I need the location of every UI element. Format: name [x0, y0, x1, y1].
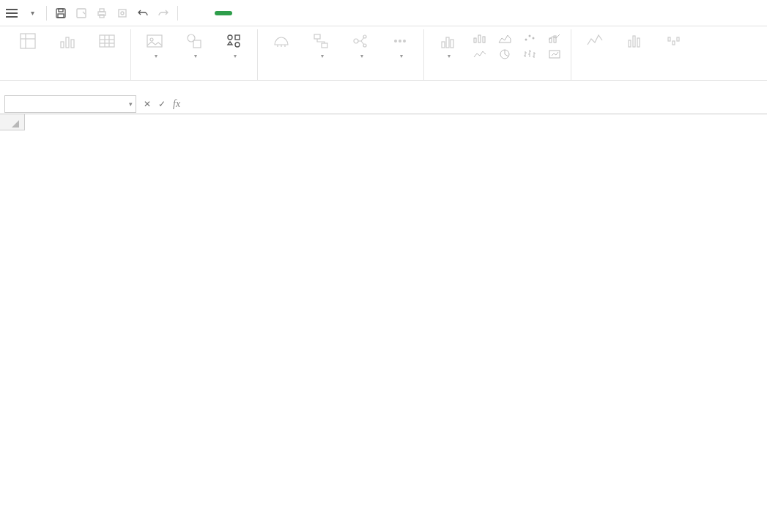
svg-rect-27 [314, 34, 320, 39]
chevron-down-icon: ▾ [234, 53, 237, 59]
sparkline-column-icon [624, 31, 645, 51]
chart-icon [437, 31, 458, 51]
svg-point-29 [354, 39, 358, 43]
icon-button[interactable]: ▾ [218, 29, 250, 59]
tab-devtools[interactable] [341, 10, 347, 16]
svg-rect-14 [71, 40, 74, 48]
svg-rect-35 [442, 42, 445, 48]
tab-formula[interactable] [264, 10, 270, 16]
select-all-corner[interactable] [0, 114, 25, 130]
combo-chart-mini-icon[interactable] [546, 31, 563, 45]
svg-rect-20 [147, 35, 162, 47]
tab-member[interactable] [360, 10, 366, 16]
mini-chart-col2 [496, 29, 514, 62]
more-charts-mini-icon[interactable] [546, 47, 563, 62]
column-headers [25, 114, 767, 130]
chevron-down-icon: ▾ [400, 53, 403, 59]
svg-rect-46 [554, 36, 556, 43]
line-chart-mini-icon[interactable] [471, 47, 489, 62]
svg-rect-9 [21, 34, 35, 48]
sparkline-line-button[interactable] [579, 29, 611, 53]
save-as-icon[interactable] [75, 7, 88, 20]
svg-rect-1 [59, 9, 63, 12]
flowchart-button[interactable]: ▾ [305, 29, 337, 59]
mini-chart-col1 [471, 29, 489, 62]
group-illustrations: ▾ ▾ ▾ [131, 29, 258, 80]
formula-bar: ▾ ✕ ✓ fx [0, 94, 767, 114]
print-icon[interactable] [95, 7, 108, 20]
svg-rect-50 [637, 38, 640, 47]
picture-icon [144, 31, 165, 51]
svg-point-34 [403, 40, 406, 43]
doke-material-button[interactable] [265, 29, 297, 53]
save-icon[interactable] [54, 7, 67, 20]
confirm-icon[interactable]: ✓ [158, 99, 166, 109]
spreadsheet-grid[interactable] [0, 114, 767, 130]
ribbon: ▾ ▾ ▾ ▾ ▾ ▾ ▾ [0, 26, 767, 81]
pie-chart-mini-icon[interactable] [496, 47, 514, 62]
svg-rect-5 [100, 9, 104, 12]
hamburger-icon[interactable] [6, 9, 18, 18]
mini-chart-col3 [521, 29, 538, 62]
svg-point-44 [533, 37, 535, 40]
chevron-down-icon: ▾ [31, 9, 34, 17]
redo-icon[interactable] [157, 7, 170, 20]
more-button[interactable]: ▾ [384, 29, 416, 59]
undo-icon[interactable] [136, 7, 149, 20]
stock-chart-mini-icon[interactable] [521, 47, 538, 62]
tab-data[interactable] [284, 10, 289, 16]
file-menu[interactable]: ▾ [23, 7, 39, 18]
divider [177, 6, 178, 21]
tab-layout[interactable] [245, 10, 251, 16]
tab-view[interactable] [322, 10, 327, 16]
svg-point-43 [529, 35, 531, 37]
menu-bar: ▾ [0, 0, 767, 26]
tab-resources[interactable] [379, 10, 385, 16]
pivot-chart-icon [57, 31, 78, 51]
tab-review[interactable] [303, 10, 308, 16]
svg-rect-12 [61, 42, 64, 48]
svg-point-42 [525, 39, 527, 41]
icon-gallery-icon [223, 31, 244, 51]
picture-button[interactable]: ▾ [138, 29, 171, 59]
sparkline-winloss-button[interactable] [658, 29, 690, 53]
svg-rect-39 [478, 35, 481, 43]
table-icon [97, 31, 117, 51]
area-chart-mini-icon[interactable] [496, 31, 514, 45]
svg-rect-2 [58, 14, 64, 18]
name-box[interactable]: ▾ [4, 95, 136, 113]
pivot-table-button[interactable] [12, 29, 44, 53]
print-preview-icon[interactable] [116, 7, 129, 20]
svg-point-33 [399, 40, 401, 43]
mindmap-icon [350, 31, 371, 51]
formula-input[interactable] [188, 103, 767, 106]
bar-chart-mini-icon[interactable] [471, 31, 489, 45]
quick-access-toolbar [54, 7, 170, 20]
scatter-chart-mini-icon[interactable] [521, 31, 538, 45]
mini-chart-col4 [546, 29, 563, 62]
svg-rect-37 [451, 40, 453, 48]
more-icon [390, 31, 410, 51]
svg-rect-48 [629, 40, 631, 47]
cancel-icon[interactable]: ✕ [144, 99, 151, 109]
svg-point-21 [150, 38, 153, 41]
shape-button[interactable]: ▾ [178, 29, 210, 59]
flowchart-icon [311, 31, 331, 51]
sparkline-winloss-icon [664, 31, 684, 51]
svg-rect-28 [322, 43, 327, 48]
svg-point-32 [394, 40, 397, 43]
mindmap-button[interactable]: ▾ [344, 29, 377, 59]
fx-icon[interactable]: fx [173, 98, 180, 110]
svg-rect-52 [672, 41, 675, 45]
svg-rect-40 [483, 37, 485, 43]
doke-material-icon [271, 31, 292, 51]
sparkline-column-button[interactable] [618, 29, 651, 53]
all-charts-button[interactable]: ▾ [431, 29, 464, 59]
table-button[interactable] [91, 29, 123, 53]
group-doke: ▾ ▾ ▾ [258, 29, 424, 80]
tab-home[interactable] [196, 10, 201, 16]
svg-rect-36 [446, 37, 449, 48]
tab-insert[interactable] [215, 11, 232, 15]
pivot-chart-button[interactable] [51, 29, 84, 53]
group-charts: ▾ [424, 29, 571, 80]
